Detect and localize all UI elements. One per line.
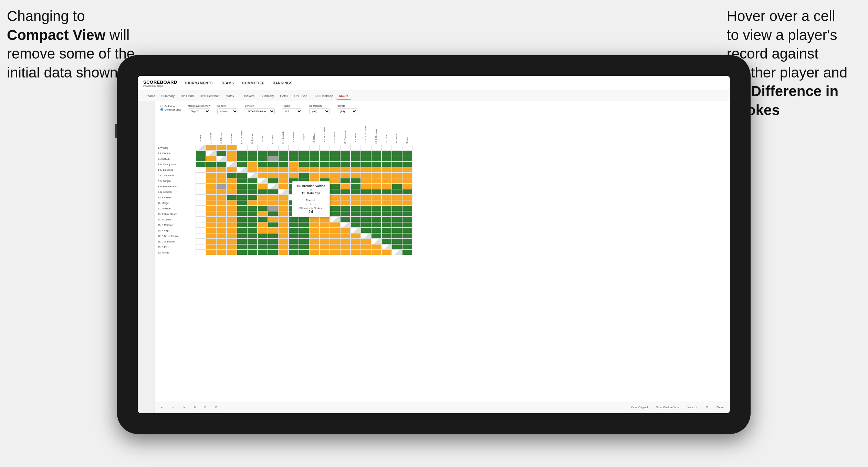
grid-cell[interactable] xyxy=(351,167,361,173)
grid-cell[interactable] xyxy=(330,167,340,173)
minus-button[interactable]: ⊖ xyxy=(202,405,209,409)
grid-cell[interactable] xyxy=(278,206,289,211)
grid-cell[interactable] xyxy=(381,244,392,250)
pan-button[interactable]: ⊙ xyxy=(213,405,219,409)
grid-cell[interactable] xyxy=(371,244,381,250)
grid-cell[interactable] xyxy=(216,206,227,211)
grid-cell[interactable] xyxy=(237,162,247,167)
grid-cell[interactable] xyxy=(340,151,351,156)
grid-cell[interactable] xyxy=(289,156,299,162)
grid-cell[interactable] xyxy=(330,211,340,217)
grid-cell[interactable] xyxy=(247,228,258,233)
grid-cell[interactable] xyxy=(309,173,320,178)
grid-cell[interactable] xyxy=(268,162,278,167)
grid-cell[interactable] xyxy=(196,239,206,244)
grid-cell[interactable] xyxy=(351,211,361,217)
grid-cell[interactable] xyxy=(196,184,206,189)
grid-cell[interactable] xyxy=(289,162,299,167)
grid-cell[interactable] xyxy=(351,206,361,211)
grid-cell[interactable] xyxy=(227,173,237,178)
grid-cell[interactable] xyxy=(309,145,320,151)
grid-cell[interactable] xyxy=(299,244,309,250)
compact-view-option[interactable]: Compact View xyxy=(160,108,181,111)
grid-cell[interactable] xyxy=(320,151,330,156)
grid-cell[interactable] xyxy=(320,162,330,167)
full-view-radio[interactable] xyxy=(160,105,163,107)
grid-cell[interactable] xyxy=(330,206,340,211)
grid-cell[interactable] xyxy=(320,250,330,255)
grid-cell[interactable] xyxy=(392,250,402,255)
conference-select[interactable]: (All) (All) xyxy=(309,108,330,114)
grid-cell[interactable] xyxy=(227,244,237,250)
nav-rankings[interactable]: RANKINGS xyxy=(273,81,292,85)
grid-cell[interactable] xyxy=(247,162,258,167)
grid-cell[interactable] xyxy=(381,200,392,206)
grid-cell[interactable] xyxy=(381,228,392,233)
grid-cell[interactable] xyxy=(227,233,237,239)
grid-cell[interactable] xyxy=(216,167,227,173)
grid-cell[interactable] xyxy=(278,228,289,233)
grid-cell[interactable] xyxy=(196,222,206,228)
grid-cell[interactable] xyxy=(351,200,361,206)
grid-cell[interactable] xyxy=(196,233,206,239)
grid-cell[interactable] xyxy=(258,217,268,222)
grid-cell[interactable] xyxy=(206,156,216,162)
grid-cell[interactable] xyxy=(289,151,299,156)
grid-cell[interactable] xyxy=(237,189,247,195)
sub-nav-teams[interactable]: Teams xyxy=(143,93,158,99)
grid-cell[interactable] xyxy=(340,184,351,189)
grid-cell[interactable] xyxy=(381,239,392,244)
grid-cell[interactable] xyxy=(351,228,361,233)
grid-cell[interactable] xyxy=(330,189,340,195)
grid-cell[interactable] xyxy=(330,239,340,244)
grid-cell[interactable] xyxy=(371,222,381,228)
sub-nav-matrix-1[interactable]: Matrix xyxy=(223,93,237,99)
grid-cell[interactable] xyxy=(351,162,361,167)
grid-cell[interactable] xyxy=(289,239,299,244)
players-select[interactable]: (All) (All) xyxy=(337,108,357,114)
grid-cell[interactable] xyxy=(268,211,278,217)
grid-cell[interactable] xyxy=(247,151,258,156)
grid-cell[interactable] xyxy=(392,184,402,189)
grid-cell[interactable] xyxy=(371,151,381,156)
grid-cell[interactable] xyxy=(216,200,227,206)
grid-cell[interactable] xyxy=(268,151,278,156)
grid-cell[interactable] xyxy=(392,189,402,195)
grid-cell[interactable] xyxy=(381,173,392,178)
grid-cell[interactable] xyxy=(206,239,216,244)
grid-cell[interactable] xyxy=(247,206,258,211)
grid-cell[interactable] xyxy=(299,156,309,162)
grid-cell[interactable] xyxy=(216,184,227,189)
grid-cell[interactable] xyxy=(299,151,309,156)
grid-cell[interactable] xyxy=(392,173,402,178)
grid-cell[interactable] xyxy=(351,217,361,222)
grid-cell[interactable] xyxy=(196,217,206,222)
grid-cell[interactable] xyxy=(258,195,268,200)
nav-teams[interactable]: TEAMS xyxy=(221,81,234,85)
grid-cell[interactable] xyxy=(309,151,320,156)
grid-cell[interactable] xyxy=(268,195,278,200)
grid-cell[interactable] xyxy=(402,228,412,233)
grid-cell[interactable] xyxy=(268,250,278,255)
grid-cell[interactable] xyxy=(371,250,381,255)
grid-cell[interactable] xyxy=(361,184,371,189)
grid-cell[interactable] xyxy=(351,244,361,250)
grid-cell[interactable] xyxy=(309,217,320,222)
grid-cell[interactable] xyxy=(268,145,278,151)
grid-cell[interactable] xyxy=(237,178,247,184)
grid-cell[interactable] xyxy=(320,222,330,228)
grid-cell[interactable] xyxy=(216,173,227,178)
grid-cell[interactable] xyxy=(381,162,392,167)
grid-cell[interactable] xyxy=(196,151,206,156)
grid-cell[interactable] xyxy=(247,173,258,178)
grid-cell[interactable] xyxy=(330,222,340,228)
save-custom-button[interactable]: Save Custom View xyxy=(654,405,681,409)
grid-cell[interactable] xyxy=(361,239,371,244)
grid-cell[interactable] xyxy=(381,211,392,217)
sub-nav-h2h-heatmap-2[interactable]: H2H Heatmap xyxy=(311,93,336,99)
grid-cell[interactable] xyxy=(371,156,381,162)
grid-cell[interactable] xyxy=(278,244,289,250)
grid-cell[interactable] xyxy=(309,167,320,173)
redo-forward[interactable]: ↔ xyxy=(170,405,177,409)
grid-cell[interactable] xyxy=(320,167,330,173)
